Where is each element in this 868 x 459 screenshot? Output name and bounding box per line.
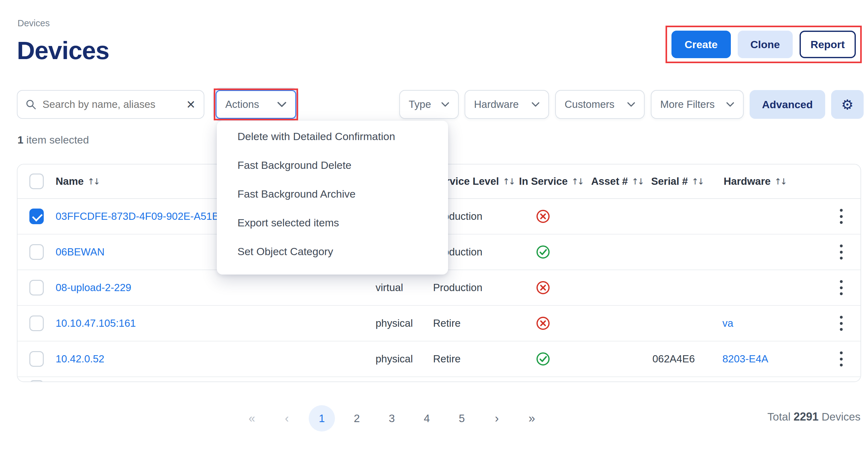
in-service-no-icon [535,209,551,224]
first-page-button[interactable]: « [241,405,263,431]
filter-customers-dropdown[interactable]: Customers [555,90,645,119]
actions-dropdown-button[interactable]: Actions [216,90,296,119]
clear-search-icon[interactable]: ✕ [186,98,195,111]
column-header-serial[interactable]: Serial #↑↓ [651,175,703,187]
chevron-down-icon [277,102,286,107]
row-checkbox[interactable] [29,351,44,367]
type-cell: physical [376,353,413,365]
more-filters-label: More Filters [660,98,715,110]
device-name-link[interactable]: 03FFCDFE-873D-4F09-902E-A51B [56,210,219,222]
page-title: Devices [17,36,109,65]
filter-type-label: Type [409,98,431,110]
service-level-cell: Production [433,282,483,294]
column-header-asset[interactable]: Asset #↑↓ [591,175,643,187]
device-name-link[interactable]: 06BEWAN [56,246,105,258]
row-checkbox[interactable] [29,280,44,295]
column-header-in-service[interactable]: In Service↑↓ [519,175,583,187]
report-button[interactable]: Report [800,31,856,58]
table-row: 10.42.0.52 physical Retire 062A4E6 8203-… [18,341,861,377]
column-header-hardware[interactable]: Hardware↑↓ [724,175,786,187]
selection-label: item selected [24,134,89,146]
chevron-down-icon [441,102,449,107]
menu-item-export-selected[interactable]: Export selected items [217,208,448,237]
filter-hardware-dropdown[interactable]: Hardware [465,90,549,119]
select-all-checkbox[interactable] [29,174,44,189]
column-header-name[interactable]: Name↑↓ [56,175,99,187]
search-icon [26,99,36,110]
row-checkbox[interactable] [29,315,44,331]
hardware-link[interactable]: va [722,317,733,329]
more-filters-dropdown[interactable]: More Filters [651,90,744,119]
actions-label: Actions [225,98,259,110]
page-button-1[interactable]: 1 [309,405,335,431]
in-service-yes-icon [535,245,551,260]
create-button[interactable]: Create [672,31,731,58]
device-name-link[interactable]: 08-upload-2-229 [56,282,131,294]
row-checkbox[interactable] [29,208,44,224]
table-row [18,377,861,382]
hardware-link[interactable]: 8203-E4A [722,353,768,365]
row-checkbox[interactable] [29,244,44,260]
service-level-cell: Retire [433,317,461,329]
actions-menu: Delete with Detailed Confirmation Fast B… [217,121,448,275]
page-button-3[interactable]: 3 [380,405,403,431]
next-page-button[interactable]: › [486,405,508,431]
menu-item-delete-detailed[interactable]: Delete with Detailed Confirmation [217,122,448,151]
filter-hardware-label: Hardware [474,98,519,110]
row-menu-icon[interactable] [835,315,847,332]
sort-icon[interactable]: ↑↓ [503,177,514,187]
filter-type-dropdown[interactable]: Type [399,90,459,119]
row-checkbox[interactable] [29,380,44,382]
previous-page-button[interactable]: ‹ [276,405,298,431]
search-box[interactable]: ✕ [17,90,204,119]
filter-customers-label: Customers [565,98,615,110]
annotation-highlight-primary-actions: Create Clone Report [665,26,862,63]
selection-status: 1 item selected [18,134,89,146]
sort-icon[interactable]: ↑↓ [691,177,703,187]
page-button-4[interactable]: 4 [415,405,438,431]
menu-item-fast-archive[interactable]: Fast Background Archive [217,179,448,208]
pagination: « ‹ 1 2 3 4 5 › » [241,405,543,431]
settings-button[interactable]: ⚙ [831,90,864,119]
search-input[interactable] [42,98,180,110]
chevron-down-icon [531,102,539,107]
in-service-no-icon [535,316,551,331]
row-menu-icon[interactable] [835,350,847,368]
advanced-button[interactable]: Advanced [750,90,825,119]
sort-icon[interactable]: ↑↓ [774,177,786,187]
table-row: 10.10.47.105:161 physical Retire va [18,306,861,341]
sort-icon[interactable]: ↑↓ [571,177,583,187]
sort-icon[interactable]: ↑↓ [88,177,99,187]
total-value: 2291 [794,410,818,423]
page-button-2[interactable]: 2 [346,405,368,431]
chevron-down-icon [627,102,635,107]
row-menu-icon[interactable] [835,243,847,261]
page-button-5[interactable]: 5 [451,405,473,431]
gear-icon: ⚙ [841,96,853,113]
service-level-cell: Retire [433,353,461,365]
table-row: 08-upload-2-229 virtual Production [18,270,861,306]
type-cell: virtual [376,282,403,294]
clone-button[interactable]: Clone [738,31,793,58]
total-prefix: Total [767,410,794,423]
in-service-no-icon [535,280,551,295]
type-cell: physical [376,317,413,329]
sort-icon[interactable]: ↑↓ [631,177,643,187]
serial-cell: 062A4E6 [652,353,695,365]
breadcrumb[interactable]: Devices [18,18,50,28]
device-name-link[interactable]: 10.10.47.105:161 [56,317,136,329]
last-page-button[interactable]: » [521,405,543,431]
total-suffix: Devices [818,410,861,423]
chevron-down-icon [726,102,734,107]
row-menu-icon[interactable] [835,279,847,296]
in-service-yes-icon [535,351,551,367]
device-name-link[interactable]: 10.42.0.52 [56,353,104,365]
menu-item-set-category[interactable]: Set Object Category [217,237,448,266]
selection-count: 1 [18,134,24,146]
row-menu-icon[interactable] [835,208,847,225]
total-count: Total 2291 Devices [767,410,861,423]
menu-item-fast-delete[interactable]: Fast Background Delete [217,151,448,179]
